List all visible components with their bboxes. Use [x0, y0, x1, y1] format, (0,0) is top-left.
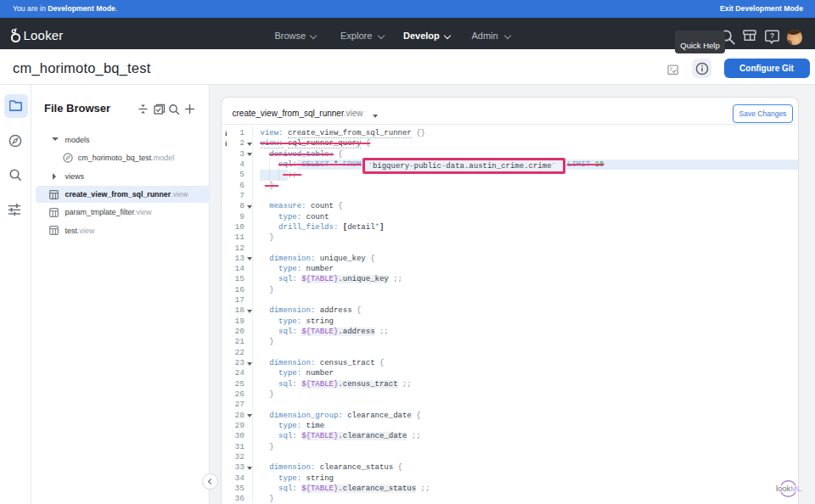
svg-text:lookML: lookML: [776, 484, 801, 493]
